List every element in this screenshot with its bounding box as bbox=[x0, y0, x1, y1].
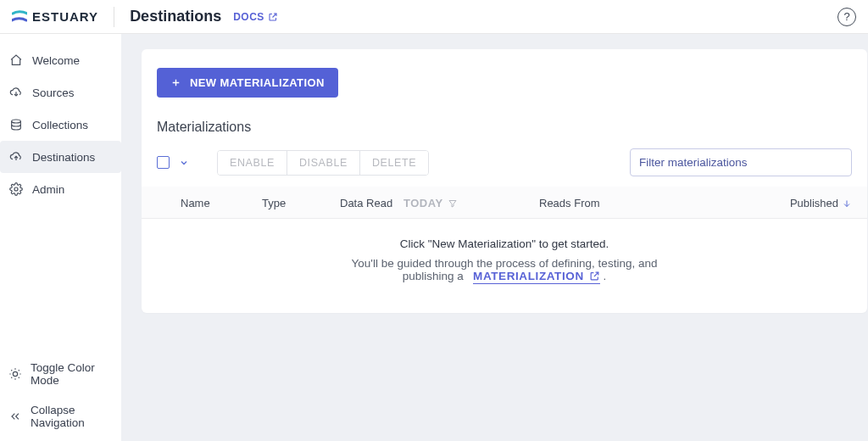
sidebar-bottom-label: Collapse Navigation bbox=[31, 404, 111, 429]
new-button-label: NEW MATERIALIZATION bbox=[190, 76, 325, 89]
gear-icon bbox=[8, 181, 24, 197]
materialization-link-label: MATERIALIZATION bbox=[473, 270, 584, 282]
column-today[interactable]: TODAY bbox=[403, 197, 539, 209]
cloud-download-icon bbox=[8, 85, 24, 100]
column-type[interactable]: Type bbox=[262, 197, 340, 209]
sidebar-bottom-label: Toggle Color Mode bbox=[31, 361, 111, 387]
help-button[interactable]: ? bbox=[837, 8, 856, 26]
column-published-label: Published bbox=[790, 197, 838, 209]
chevrons-left-icon bbox=[8, 409, 22, 424]
filter-input[interactable] bbox=[630, 148, 852, 176]
disable-button[interactable]: DISABLE bbox=[287, 151, 359, 175]
column-today-label: TODAY bbox=[403, 197, 443, 209]
sidebar-item-label: Destinations bbox=[32, 151, 95, 164]
external-link-icon bbox=[589, 271, 600, 282]
sidebar-item-label: Collections bbox=[32, 119, 88, 131]
plus-icon bbox=[170, 77, 181, 88]
materializations-card: NEW MATERIALIZATION Materializations ENA… bbox=[142, 49, 867, 313]
divider bbox=[114, 7, 114, 27]
new-materialization-button[interactable]: NEW MATERIALIZATION bbox=[157, 68, 338, 98]
sidebar-item-admin[interactable]: Admin bbox=[0, 173, 121, 205]
column-name[interactable]: Name bbox=[181, 197, 262, 209]
content-area: NEW MATERIALIZATION Materializations ENA… bbox=[121, 34, 868, 441]
toggle-color-mode[interactable]: Toggle Color Mode bbox=[0, 353, 121, 395]
sidebar-item-label: Welcome bbox=[32, 54, 80, 67]
table-header: Name Type Data Read TODAY Reads From Pub… bbox=[142, 187, 867, 219]
docs-link-label: DOCS bbox=[233, 11, 264, 23]
sidebar-item-destinations[interactable]: Destinations bbox=[0, 141, 121, 173]
database-icon bbox=[8, 117, 24, 132]
brand-mark-icon bbox=[12, 10, 27, 24]
filter-icon bbox=[448, 198, 458, 209]
column-reads-from[interactable]: Reads From bbox=[539, 197, 658, 209]
select-all-checkbox[interactable] bbox=[157, 156, 170, 169]
collapse-navigation[interactable]: Collapse Navigation bbox=[0, 395, 121, 438]
sidebar-item-collections[interactable]: Collections bbox=[0, 109, 121, 141]
docs-link[interactable]: DOCS bbox=[233, 11, 278, 23]
home-icon bbox=[8, 53, 24, 68]
brand-logo[interactable]: ESTUARY bbox=[12, 9, 98, 24]
enable-button[interactable]: ENABLE bbox=[218, 151, 287, 175]
delete-button[interactable]: DELETE bbox=[359, 151, 428, 175]
materialization-docs-link[interactable]: MATERIALIZATION bbox=[473, 270, 600, 284]
empty-line-2: You'll be guided through the process of … bbox=[142, 257, 867, 284]
sort-descending-icon bbox=[842, 198, 852, 209]
cloud-upload-icon bbox=[8, 149, 24, 165]
external-link-icon bbox=[268, 12, 278, 22]
topbar: ESTUARY Destinations DOCS ? bbox=[0, 0, 868, 34]
column-published[interactable]: Published bbox=[790, 197, 852, 209]
brand-name: ESTUARY bbox=[32, 9, 98, 24]
column-data-read[interactable]: Data Read bbox=[340, 197, 395, 209]
sidebar-item-label: Sources bbox=[32, 87, 75, 99]
section-title: Materializations bbox=[157, 120, 867, 135]
svg-point-2 bbox=[13, 371, 17, 376]
sidebar-item-label: Admin bbox=[32, 183, 64, 196]
empty-state: Click "New Materialization" to get start… bbox=[142, 219, 867, 289]
table-toolbar: ENABLE DISABLE DELETE bbox=[142, 148, 867, 176]
sidebar-item-sources[interactable]: Sources bbox=[0, 76, 121, 109]
empty-line-1: Click "New Materialization" to get start… bbox=[142, 237, 867, 250]
select-dropdown[interactable] bbox=[175, 154, 193, 172]
sidebar-item-welcome[interactable]: Welcome bbox=[0, 44, 121, 76]
sidebar: Welcome Sources Collections bbox=[0, 34, 121, 441]
bulk-action-group: ENABLE DISABLE DELETE bbox=[217, 150, 429, 176]
sun-icon bbox=[8, 366, 22, 382]
page-title: Destinations bbox=[130, 8, 221, 25]
svg-point-0 bbox=[12, 120, 21, 123]
svg-point-1 bbox=[14, 187, 18, 191]
